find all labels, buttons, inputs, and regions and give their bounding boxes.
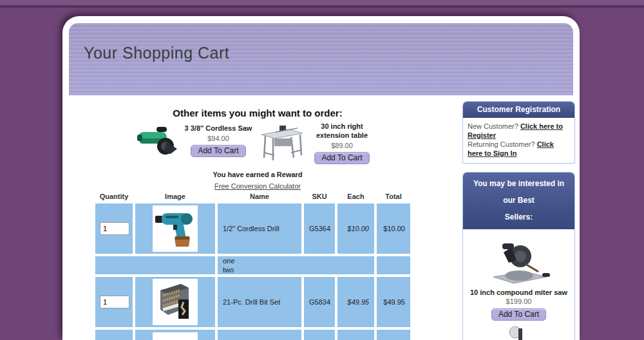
best-seller-price: $199.00 [466, 298, 572, 305]
image-cell [135, 330, 215, 340]
promo-item: 30 inch right extension table $89.00 Add… [260, 122, 379, 164]
free-conversion-calculator-link[interactable]: Free Conversion Calculator [214, 182, 301, 190]
best-sellers-title-line: Sellers: [467, 209, 571, 225]
drill-bit-set-image [153, 279, 198, 325]
extension-table-image [260, 124, 305, 162]
promo-item-price: $94.00 [181, 135, 256, 142]
column-header-name: Name [218, 193, 301, 201]
each-price-cell: $10.00 [337, 203, 374, 254]
column-header-total: Total [377, 193, 410, 201]
best-sellers-header: You may be interested in our Best Seller… [463, 173, 574, 229]
promo-item: 3 3/8" Cordless Saw $94.00 Add To Cart [136, 122, 256, 159]
column-header-each: Each [337, 193, 374, 201]
promo-item-price: $89.00 [305, 142, 379, 149]
column-header-image: Image [135, 193, 215, 201]
customer-registration-box: Customer Registration New Customer? Clic… [462, 101, 575, 164]
promo-item-name: 30 inch right extension table [305, 122, 379, 140]
page-title: Your Shopping Cart [84, 44, 229, 62]
page-header: Your Shopping Cart [69, 23, 573, 95]
add-to-cart-button[interactable]: Add To Cart [314, 152, 369, 164]
each-price-cell: $49.95 [337, 277, 374, 327]
note-cell: one two [218, 256, 374, 274]
note-line: one [223, 256, 374, 265]
cart-row [95, 330, 410, 340]
best-sellers-body: 10 inch compound miter saw $199.00 Add T… [463, 229, 574, 340]
note-empty-cell [95, 256, 215, 274]
page-background: Your Shopping Cart Other items you might… [0, 0, 644, 340]
note-line: two [223, 265, 374, 274]
cart-note-row: one two [95, 256, 410, 274]
add-to-cart-button[interactable]: Add To Cart [191, 145, 245, 157]
column-header-sku: SKU [304, 193, 335, 201]
image-cell [135, 277, 215, 327]
sku-cell: G5834 [304, 277, 335, 327]
note-empty-cell [377, 256, 410, 274]
total-price-cell: $49.95 [377, 277, 410, 327]
quantity-input[interactable] [100, 296, 129, 308]
cart-row: 1/2" Cordless Drill G5364 $10.00 $10.00 [95, 203, 410, 254]
product-name-cell [218, 330, 301, 340]
quantity-input[interactable] [100, 222, 129, 235]
promo-items: 3 3/8" Cordless Saw $94.00 Add To Cart [95, 122, 420, 164]
best-sellers-title-line: You may be interested in our Best [467, 175, 571, 209]
cart-header-row: Quantity Image Name SKU Each Total [95, 193, 410, 201]
product-name-cell: 1/2" Cordless Drill [218, 203, 301, 254]
cordless-circular-saw-image [136, 122, 181, 159]
sidebar: Customer Registration New Customer? Clic… [462, 101, 575, 340]
band-saw-image [466, 326, 572, 340]
each-price-cell [337, 330, 374, 340]
product-name-cell: 21-Pc. Drill Bit Set [218, 277, 301, 327]
best-sellers-box: You may be interested in our Best Seller… [462, 172, 575, 340]
image-cell [135, 203, 215, 254]
total-price-cell: $10.00 [377, 203, 410, 254]
promo-item-details: 30 inch right extension table $89.00 Add… [305, 122, 379, 164]
add-to-cart-button[interactable]: Add To Cart [491, 308, 546, 321]
content-panel: Your Shopping Cart Other items you might… [62, 16, 580, 340]
returning-customer-label: Returning Customer? [468, 140, 535, 148]
total-price-cell [377, 330, 410, 340]
sku-cell: G5364 [304, 203, 335, 254]
quantity-cell [95, 277, 133, 327]
cart-table: Quantity Image Name SKU Each Total [93, 190, 413, 340]
new-customer-label: New Customer? [468, 122, 518, 130]
quantity-cell [95, 203, 133, 254]
column-header-quantity: Quantity [95, 193, 133, 201]
sku-cell [304, 330, 335, 340]
promo-heading: Other items you might want to order: [95, 108, 420, 118]
customer-registration-header: Customer Registration [463, 102, 574, 118]
partial-product-image [153, 332, 198, 340]
miter-saw-image [466, 234, 572, 286]
promo-item-name: 3 3/8" Cordless Saw [181, 124, 256, 133]
cart-row: 21-Pc. Drill Bit Set G5834 $49.95 $49.95 [95, 277, 410, 327]
calculator-link-row: Free Conversion Calculator [95, 182, 420, 190]
promo-item-details: 3 3/8" Cordless Saw $94.00 Add To Cart [181, 124, 256, 157]
cordless-drill-image [153, 205, 198, 252]
best-seller-name: 10 inch compound miter saw [466, 288, 572, 296]
quantity-cell [95, 330, 133, 340]
reward-message: You have earned a Reward [95, 171, 420, 178]
customer-registration-body: New Customer? Click here to Register Ret… [463, 118, 574, 163]
top-band [0, 0, 644, 8]
